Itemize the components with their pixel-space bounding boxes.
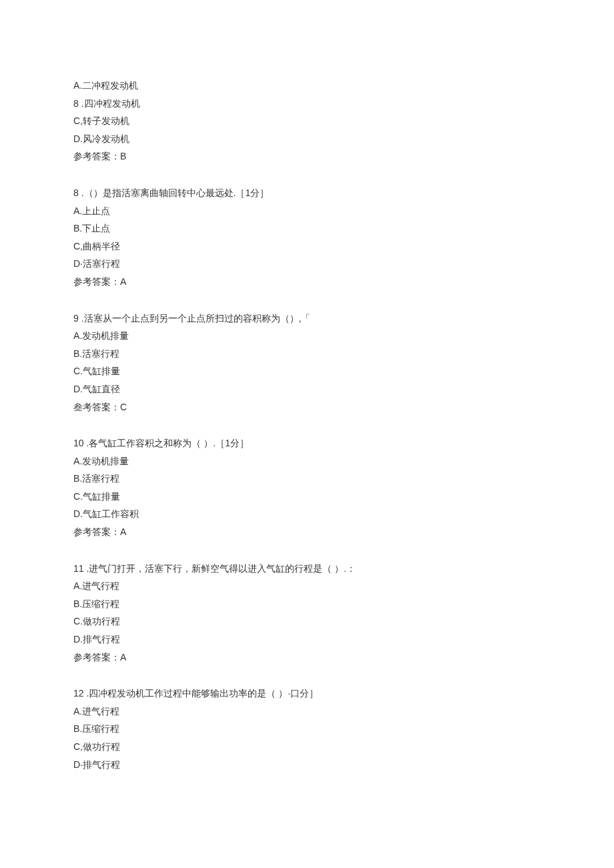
option-c: C,做功行程 [73,738,541,756]
question-stem: 8 .（）是指活塞离曲轴回转中心最远处.［1分］ [73,184,541,202]
question-stem: 11 .进气门打开，活塞下行，新鲜空气得以进入气缸的行程是（ ）.： [73,560,541,578]
question-11: 11 .进气门打开，活塞下行，新鲜空气得以进入气缸的行程是（ ）.： A.进气行… [73,560,541,667]
option-c: C.气缸排量 [73,488,541,506]
question-7-tail: A.二冲程发动机 8 .四冲程发动机 C,转子发动机 D.风冷发动机 参考答案：… [73,77,541,165]
question-stem: 10 .各气缸工作容积之和称为（ ）.［1分］ [73,434,541,452]
option-d: D.气缸工作容积 [73,505,541,523]
option-a: A.发动机排量 [73,327,541,345]
option-c: C.气缸排量 [73,362,541,380]
option-c: C.做功行程 [73,612,541,630]
question-9: 9 .活塞从一个止点到另一个止点所扫过的容积称为（）,「 A.发动机排量 B.活… [73,310,541,416]
option-b: 8 .四冲程发动机 [73,95,541,113]
option-d: D·活塞行程 [73,255,541,273]
question-stem: 9 .活塞从一个止点到另一个止点所扫过的容积称为（）,「 [73,310,541,328]
option-b: B.压缩行程 [73,720,541,738]
question-stem: 12 .四冲程发动机工作过程中能够输出功率的是（ ）·口分］ [73,685,541,703]
option-b: B.活塞行程 [73,345,541,363]
option-a: A.进气行程 [73,577,541,595]
option-d: D.风冷发动机 [73,130,541,148]
option-a: A.二冲程发动机 [73,77,541,95]
answer-line: 参考答案：A [73,273,541,291]
question-12: 12 .四冲程发动机工作过程中能够输出功率的是（ ）·口分］ A.进气行程 B.… [73,685,541,773]
answer-line: 参考答案：A [73,648,541,667]
answer-line: 叁考答案：C [73,398,541,416]
question-10: 10 .各气缸工作容积之和称为（ ）.［1分］ A.发动机排量 B.活塞行程 C… [73,434,541,541]
answer-line: 参考答案：B [73,147,541,165]
option-b: B.活塞行程 [73,470,541,488]
option-c: C,转子发动机 [73,112,541,130]
option-b: B.压缩行程 [73,595,541,613]
answer-line: 参考答案：A [73,523,541,541]
option-d: D·排气行程 [73,756,541,774]
option-a: A.进气行程 [73,703,541,721]
option-d: D.气缸直径 [73,380,541,398]
option-d: D.排气行程 [73,630,541,648]
option-c: C,曲柄半径 [73,238,541,256]
option-a: A.上止点 [73,202,541,220]
option-a: A.发动机排量 [73,452,541,470]
option-b: B.下止点 [73,220,541,238]
document-page: A.二冲程发动机 8 .四冲程发动机 C,转子发动机 D.风冷发动机 参考答案：… [0,0,614,868]
question-8: 8 .（）是指活塞离曲轴回转中心最远处.［1分］ A.上止点 B.下止点 C,曲… [73,184,541,291]
